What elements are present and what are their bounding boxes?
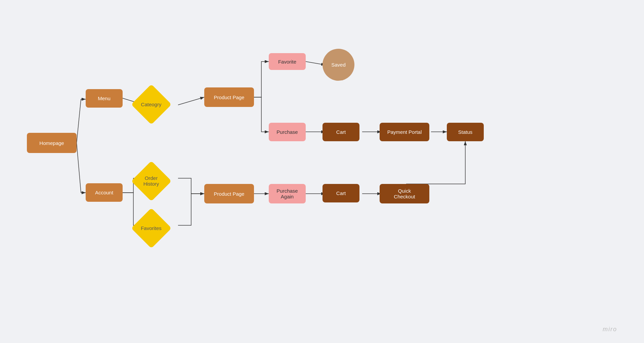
menu-label: Menu bbox=[98, 96, 111, 101]
payment-portal-node[interactable]: Payment Portal bbox=[380, 123, 429, 141]
menu-node[interactable]: Menu bbox=[86, 89, 123, 108]
quick-checkout-node[interactable]: Quick Checkout bbox=[380, 184, 429, 203]
favorite-label: Favorite bbox=[278, 59, 296, 65]
quick-checkout-label: Quick Checkout bbox=[394, 188, 415, 199]
favorite-node[interactable]: Favorite bbox=[269, 53, 306, 70]
favorites-diamond[interactable]: Favorites bbox=[131, 208, 171, 248]
miro-branding: miro bbox=[603, 326, 617, 333]
purchase-again-node[interactable]: Purchase Again bbox=[269, 184, 306, 203]
product-page-top-node[interactable]: Product Page bbox=[204, 87, 254, 107]
cart-top-node[interactable]: Cart bbox=[323, 123, 359, 141]
purchase-top-label: Purchase bbox=[276, 129, 298, 135]
payment-portal-label: Payment Portal bbox=[387, 129, 422, 135]
status-label: Status bbox=[458, 129, 473, 135]
purchase-again-label: Purchase Again bbox=[276, 188, 298, 199]
flow-arrows bbox=[0, 0, 644, 343]
category-diamond[interactable]: Cateogry bbox=[131, 84, 171, 124]
order-history-diamond[interactable]: Order History bbox=[131, 161, 171, 201]
homepage-label: Homepage bbox=[39, 140, 64, 146]
product-page-bottom-label: Product Page bbox=[214, 191, 245, 197]
product-page-top-label: Product Page bbox=[214, 94, 245, 100]
status-node[interactable]: Status bbox=[447, 123, 484, 141]
canvas: Homepage Menu Account Cateogry Order His… bbox=[0, 0, 644, 343]
svg-line-1 bbox=[178, 97, 204, 105]
account-label: Account bbox=[95, 190, 113, 195]
product-page-bottom-node[interactable]: Product Page bbox=[204, 184, 254, 203]
purchase-top-node[interactable]: Purchase bbox=[269, 123, 306, 141]
saved-label: Saved bbox=[331, 62, 346, 68]
miro-text: miro bbox=[603, 326, 617, 333]
cart-bottom-node[interactable]: Cart bbox=[323, 184, 359, 202]
cart-top-label: Cart bbox=[336, 129, 346, 135]
homepage-node[interactable]: Homepage bbox=[27, 133, 77, 153]
saved-node[interactable]: Saved bbox=[323, 49, 354, 81]
account-node[interactable]: Account bbox=[86, 183, 123, 202]
cart-bottom-label: Cart bbox=[336, 190, 346, 196]
